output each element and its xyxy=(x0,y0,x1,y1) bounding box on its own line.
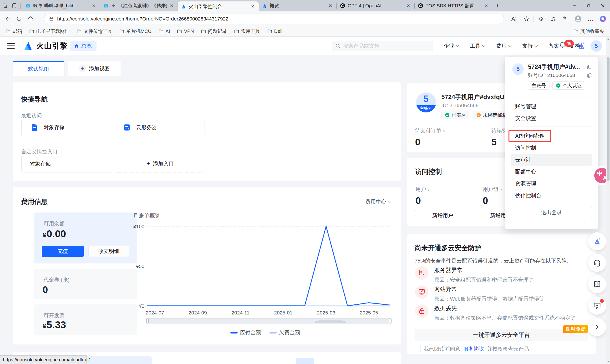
menu-item-账号管理[interactable]: 账号管理 xyxy=(511,101,592,112)
hamburger-menu-icon[interactable] xyxy=(7,43,15,49)
menu-item-安全设置[interactable]: 安全设置 xyxy=(511,112,592,124)
tab-close-icon[interactable]: ✕ xyxy=(169,3,174,8)
stat-label-link[interactable]: 用户› xyxy=(415,186,430,193)
floating-feedback-icon[interactable] xyxy=(588,297,606,315)
refresh-icon[interactable] xyxy=(13,13,25,25)
header-nav-支持[interactable]: 支持 xyxy=(517,42,543,50)
browser-tab[interactable]: 概览✕ xyxy=(259,0,337,12)
floating-headset-icon[interactable] xyxy=(588,254,606,272)
close-window-button[interactable] xyxy=(596,0,610,12)
search-input[interactable]: 搜索产品或文档 xyxy=(332,41,433,51)
service-agreement-link[interactable]: 服务协议 xyxy=(463,345,484,352)
menu-item-访问控制[interactable]: 访问控制 xyxy=(511,142,592,154)
notifications-bell[interactable]: 46 xyxy=(559,41,570,51)
browser-tab[interactable]: 歌单-哔哩哔哩_bilibili✕ xyxy=(22,0,100,12)
billing-center-link[interactable]: 费用中心› xyxy=(365,198,390,205)
read-aloud-icon[interactable]: A) xyxy=(509,13,519,24)
bookmark-other-folder[interactable]: 其他收藏夹 xyxy=(573,28,604,35)
menu-item-云审计[interactable]: 云审计 xyxy=(511,154,592,166)
floating-collapse-chevron-icon[interactable] xyxy=(588,318,606,336)
menu-item-API访问密钥[interactable]: API访问密钥 xyxy=(511,130,592,142)
bookmark-item[interactable]: 文件传输工具 xyxy=(77,28,112,35)
legend-item[interactable]: 欠费金额 xyxy=(270,329,300,336)
recent-entry[interactable]: 对象存储 xyxy=(21,119,112,136)
workspaces-icon[interactable] xyxy=(0,0,10,12)
collections-icon[interactable] xyxy=(560,13,571,24)
copy-id-icon[interactable] xyxy=(587,73,592,78)
chevron-down-icon xyxy=(455,45,459,47)
add-entry-button[interactable]: +添加入口 xyxy=(115,155,205,172)
tab-close-icon[interactable]: ✕ xyxy=(91,3,96,8)
slider-handle-left[interactable] xyxy=(146,318,149,324)
slider-handle-right[interactable] xyxy=(389,318,391,324)
favorite-star-icon[interactable] xyxy=(521,13,532,24)
billing-center-label: 费用中心 xyxy=(365,198,386,205)
tab-close-icon[interactable]: ✕ xyxy=(328,3,333,8)
status-bar-url: https://console.volcengine.com/cloudtrai… xyxy=(0,355,87,364)
folder-icon xyxy=(234,29,239,34)
header-nav-费用[interactable]: 费用 xyxy=(491,42,517,50)
home-icon[interactable] xyxy=(25,13,36,25)
browser-tab[interactable]: GPT-4 | OpenAI✕ xyxy=(337,0,414,12)
enable-security-button[interactable]: 一键开通多云安全平台 xyxy=(415,329,588,341)
floating-ai-assistant-icon[interactable] xyxy=(588,232,606,250)
add-user-button[interactable]: 新增用户 xyxy=(415,210,470,221)
tab-close-icon[interactable]: ✕ xyxy=(405,3,411,8)
collapse-chevron-icon xyxy=(594,324,601,331)
menu-item-配额中心[interactable]: 配额中心 xyxy=(511,166,592,178)
new-tab-button[interactable]: + xyxy=(492,0,503,12)
extensions-icon[interactable] xyxy=(536,13,546,24)
stat-label-link[interactable]: 待支付订单› xyxy=(415,127,445,134)
add-view-tab[interactable]: + 添加视图 xyxy=(68,61,121,76)
address-bar[interactable]: https://console.volcengine.com/home?Orde… xyxy=(44,13,504,24)
chart-zoom-slider[interactable] xyxy=(146,318,391,324)
scrollbar-thumb[interactable] xyxy=(607,57,610,181)
restore-button[interactable] xyxy=(581,0,596,12)
copilot-icon[interactable] xyxy=(597,13,608,24)
volcengine-logo[interactable]: 火山引擎 xyxy=(23,40,68,52)
custom-entry[interactable]: 对象存储 xyxy=(21,155,112,172)
page-scrollbar[interactable]: ▲ ▼ xyxy=(606,37,610,364)
header-nav-工具[interactable]: 工具 xyxy=(465,42,491,50)
browser-tab[interactable]: TOS SDK HTTPS 配置✕ xyxy=(415,0,492,12)
scroll-down-icon[interactable]: ▼ xyxy=(607,360,610,363)
minimize-button[interactable] xyxy=(567,0,581,12)
bookmark-item[interactable]: 问题记录 xyxy=(201,28,227,35)
ai-assistant-icon[interactable] xyxy=(576,41,587,51)
bookmark-item[interactable]: 实用工具 xyxy=(234,28,260,35)
back-icon[interactable] xyxy=(2,13,13,25)
floating-docs-book-icon[interactable] xyxy=(588,275,606,293)
profile-avatar[interactable] xyxy=(573,13,583,24)
billing-detail-button[interactable]: 收支明细 xyxy=(88,246,130,257)
limited-free-badge: 限时免费 xyxy=(563,325,588,333)
overview-nav-pill[interactable]: 总览 xyxy=(70,41,96,51)
header-avatar[interactable]: 5 xyxy=(590,40,602,52)
agree-checkbox[interactable] xyxy=(415,346,421,352)
openai-icon xyxy=(418,3,423,8)
menu-item-伙伴控制台[interactable]: 伙伴控制台 xyxy=(511,190,592,202)
view-tab-default[interactable]: 默认视图 xyxy=(13,61,64,76)
scroll-up-icon[interactable]: ▲ xyxy=(607,38,610,40)
browser-tab[interactable]: 《红色高跟鞋》《越来越不✕ xyxy=(100,0,178,12)
menu-item-资源管理[interactable]: 资源管理 xyxy=(511,178,592,190)
recent-entry[interactable]: 云服务器 xyxy=(114,119,205,136)
more-menu-icon[interactable]: … xyxy=(585,13,596,24)
bookmark-item[interactable]: 电子书下载网址 xyxy=(29,28,70,35)
header-nav-企业[interactable]: 企业 xyxy=(439,42,465,50)
tab-close-icon[interactable]: ✕ xyxy=(483,3,489,8)
browser-tab-active[interactable]: 火山引擎控制台✕ xyxy=(178,1,259,12)
tab-actions-icon[interactable] xyxy=(10,0,19,12)
copy-name-icon[interactable] xyxy=(587,64,592,70)
tab-close-icon[interactable]: ✕ xyxy=(250,4,255,9)
stat-label-link[interactable]: 用户组› xyxy=(483,186,502,193)
bookmark-item[interactable]: VPN xyxy=(177,29,194,34)
bookmark-item[interactable]: 邮箱 xyxy=(6,28,22,35)
legend-item[interactable]: 应付金额 xyxy=(230,329,261,336)
bookmark-item[interactable]: 单片机MCU xyxy=(119,28,152,35)
recharge-button[interactable]: 充值 xyxy=(42,246,84,257)
media-control-icon[interactable] xyxy=(548,13,558,24)
bookmark-item[interactable]: AI xyxy=(159,29,170,34)
svg-text:i: i xyxy=(478,114,479,117)
bookmark-item[interactable]: Dell xyxy=(267,29,282,34)
logout-button[interactable]: 退出登录 xyxy=(511,207,592,218)
